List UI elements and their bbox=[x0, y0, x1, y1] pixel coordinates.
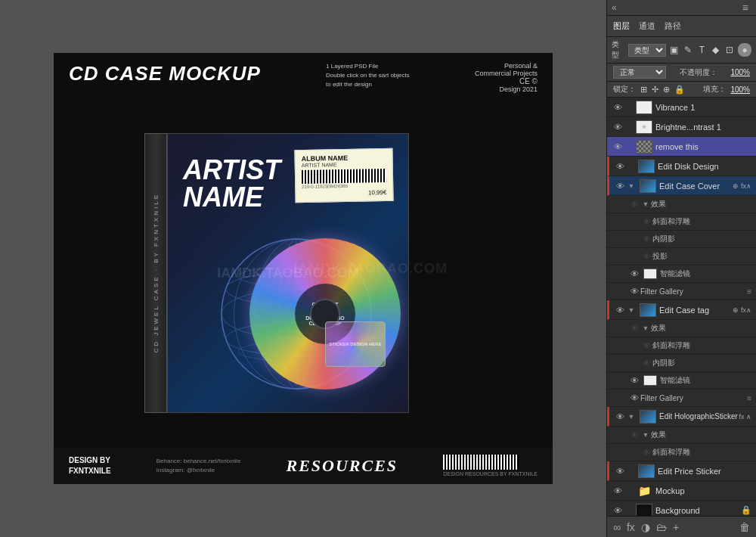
bottom-fx-icon[interactable]: fx bbox=[627, 521, 635, 533]
layer-filter-gallery2[interactable]: 👁 Filter Gallery ≡ bbox=[607, 390, 756, 407]
eye-effects3[interactable]: 👁 bbox=[628, 429, 640, 441]
layer-background[interactable]: 👁 Background 🔒 bbox=[607, 501, 756, 516]
eye-brightness1[interactable]: 👁 bbox=[612, 121, 624, 133]
bottom-new-layer-icon[interactable]: + bbox=[673, 521, 679, 533]
lock-background-icon: 🔒 bbox=[741, 505, 751, 515]
lock-move-icon[interactable]: ✢ bbox=[652, 85, 658, 95]
layer-name-bevel1: 斜面和浮雕 bbox=[652, 216, 751, 227]
artwork-title: CD CASE MOCKUP bbox=[69, 62, 261, 85]
layer-edit-price[interactable]: 👁 Edit Price Sticker bbox=[607, 461, 756, 481]
layer-remove-this[interactable]: 👁 remove this bbox=[607, 137, 756, 157]
search-filter-btn4[interactable]: ◆ bbox=[711, 43, 721, 57]
eye-edit-disk[interactable]: 👁 bbox=[614, 160, 626, 172]
layer-name-effects1: 效果 bbox=[651, 199, 751, 210]
panel-header: 图层 通道 路径 bbox=[607, 16, 756, 37]
layer-smart-filter2[interactable]: 👁 智能滤镜 bbox=[607, 372, 756, 390]
expand-effects2[interactable]: ▼ bbox=[640, 322, 651, 334]
layer-inner-shadow2[interactable]: 👁 内阴影 bbox=[607, 355, 756, 372]
eye-filter-gallery1[interactable]: 👁 bbox=[628, 285, 640, 297]
layer-inner-shadow1[interactable]: 👁 内阴影 bbox=[607, 231, 756, 248]
eye-inner-shadow2[interactable]: 👁 bbox=[640, 357, 652, 369]
layer-bevel1[interactable]: 👁 斜面和浮雕 bbox=[607, 213, 756, 231]
layer-effects2[interactable]: 👁 ▼ 效果 bbox=[607, 320, 756, 337]
eye-bevel3[interactable]: 👁 bbox=[640, 446, 652, 458]
layer-effects1[interactable]: 👁 ▼ 效果 bbox=[607, 196, 756, 213]
eye-smart-filter2[interactable]: 👁 bbox=[628, 374, 640, 386]
eye-background[interactable]: 👁 bbox=[612, 504, 624, 517]
search-filter-btn3[interactable]: T bbox=[696, 43, 707, 57]
expand-icon[interactable]: « bbox=[612, 2, 617, 13]
layer-edit-case-cover[interactable]: 👁 ▼ Edit Case Cover ⊕ fx ∧ bbox=[607, 176, 756, 196]
search-filter-btn2[interactable]: ✎ bbox=[683, 43, 693, 57]
bottom-delete-icon[interactable]: 🗑 bbox=[739, 521, 750, 533]
thumb-edit-case-cover bbox=[640, 179, 656, 193]
eye-edit-case-cover[interactable]: 👁 bbox=[614, 180, 626, 192]
layer-effects3[interactable]: 👁 ▼ 效果 bbox=[607, 427, 756, 444]
blend-mode-dropdown[interactable]: 正常 bbox=[613, 66, 666, 79]
thumb-smart-filter2 bbox=[643, 375, 657, 386]
opacity-value[interactable]: 100% bbox=[730, 68, 750, 76]
eye-filter-gallery2[interactable]: 👁 bbox=[628, 392, 640, 404]
panel-menu-icon[interactable]: ≡ bbox=[739, 2, 751, 14]
tab-channels[interactable]: 通道 bbox=[639, 19, 655, 33]
expand-effects1[interactable]: ▼ bbox=[640, 198, 651, 210]
layer-mockup[interactable]: 👁 📁 Mockup bbox=[607, 481, 756, 501]
layer-filter-gallery1[interactable]: 👁 Filter Gallery ≡ bbox=[607, 283, 756, 300]
tab-layers[interactable]: 图层 bbox=[613, 19, 630, 33]
eye-bevel2[interactable]: 👁 bbox=[640, 340, 652, 352]
footer-barcode-area: DESIGN RESOURCES BY FXNTXNILE bbox=[443, 455, 538, 476]
expand-edit-case-tag[interactable]: ▼ bbox=[626, 304, 637, 316]
layer-vibrance1[interactable]: 👁 Vibrance 1 bbox=[607, 98, 756, 117]
tab-paths[interactable]: 路径 bbox=[665, 19, 681, 33]
layer-name-edit-disk: Edit Disk Design bbox=[658, 162, 751, 171]
lock-all-icon[interactable]: 🔒 bbox=[674, 85, 685, 95]
artwork-inner: CD CASE MOCKUP 1 Layered PSD File Double… bbox=[54, 53, 553, 484]
eye-vibrance1[interactable]: 👁 bbox=[612, 101, 624, 113]
layer-name-inner-shadow2: 内阴影 bbox=[652, 358, 751, 368]
layers-list[interactable]: 👁 Vibrance 1 👁 ☀ Brightne...ntrast 1 👁 r… bbox=[607, 98, 756, 516]
layer-name-remove-this: remove this bbox=[655, 142, 751, 151]
search-filter-btn1[interactable]: ▣ bbox=[669, 43, 680, 57]
search-filter-toggle[interactable]: ● bbox=[738, 43, 751, 57]
type-dropdown[interactable]: 类型 bbox=[628, 44, 666, 57]
eye-mockup[interactable]: 👁 bbox=[612, 485, 624, 497]
eye-effects1[interactable]: 👁 bbox=[628, 198, 640, 210]
layer-bevel3[interactable]: 👁 斜面和浮雕 bbox=[607, 444, 756, 461]
fx-edit-case-tag: ⊕ fx bbox=[733, 306, 746, 314]
layer-edit-holo[interactable]: 👁 ▼ Edit HolographicSticker fx ∧ bbox=[607, 407, 756, 427]
cd-spine: CD JEWEL CASE · BY FXNTXNILE bbox=[144, 133, 167, 413]
layer-shadow1[interactable]: 👁 投影 bbox=[607, 248, 756, 265]
footer-logo: RESOURCES bbox=[286, 456, 398, 476]
eye-edit-price[interactable]: 👁 bbox=[614, 465, 626, 477]
eye-edit-case-tag[interactable]: 👁 bbox=[614, 304, 626, 316]
eye-edit-holo[interactable]: 👁 bbox=[614, 411, 626, 423]
lock-artboard-icon[interactable]: ⊕ bbox=[663, 85, 670, 95]
eye-effects2[interactable]: 👁 bbox=[628, 322, 640, 334]
fx-edit-case-cover: ⊕ fx bbox=[733, 182, 746, 190]
layer-brightness1[interactable]: 👁 ☀ Brightne...ntrast 1 bbox=[607, 117, 756, 137]
eye-inner-shadow1[interactable]: 👁 bbox=[640, 233, 652, 245]
search-filter-btn5[interactable]: ⊡ bbox=[724, 43, 735, 57]
eye-smart-filter1[interactable]: 👁 bbox=[628, 268, 640, 280]
layer-name-effects2: 效果 bbox=[651, 323, 751, 334]
type-label: 类型 bbox=[612, 39, 624, 61]
layer-edit-case-tag[interactable]: 👁 ▼ Edit Case tag ⊕ fx ∧ bbox=[607, 300, 756, 320]
fill-value[interactable]: 100% bbox=[730, 85, 750, 94]
layers-panel: « ≡ 图层 通道 路径 类型 类型 ▣ ✎ T ◆ ⊡ ● 正常 不透明度： … bbox=[606, 0, 756, 537]
expand-effects3[interactable]: ▼ bbox=[640, 429, 651, 441]
expand-edit-holo[interactable]: ▼ bbox=[626, 411, 637, 423]
layer-edit-disk[interactable]: 👁 Edit Disk Design bbox=[607, 157, 756, 176]
bottom-group-icon[interactable]: 🗁 bbox=[656, 521, 667, 533]
lock-checkered-icon[interactable]: ⊞ bbox=[640, 85, 647, 95]
layer-name-edit-price: Edit Price Sticker bbox=[658, 467, 751, 476]
eye-bevel1[interactable]: 👁 bbox=[640, 216, 652, 228]
thumb-edit-disk bbox=[638, 160, 655, 173]
bottom-adjustment-icon[interactable]: ◑ bbox=[641, 521, 650, 533]
layer-bevel2[interactable]: 👁 斜面和浮雕 bbox=[607, 337, 756, 355]
bottom-link-icon[interactable]: ∞ bbox=[613, 521, 621, 533]
expand-edit-case-cover[interactable]: ▼ bbox=[626, 180, 637, 192]
thumb-edit-case-tag bbox=[640, 303, 656, 317]
eye-shadow1[interactable]: 👁 bbox=[640, 250, 652, 262]
layer-smart-filter1[interactable]: 👁 智能滤镜 bbox=[607, 265, 756, 283]
eye-remove-this[interactable]: 👁 bbox=[612, 141, 624, 153]
